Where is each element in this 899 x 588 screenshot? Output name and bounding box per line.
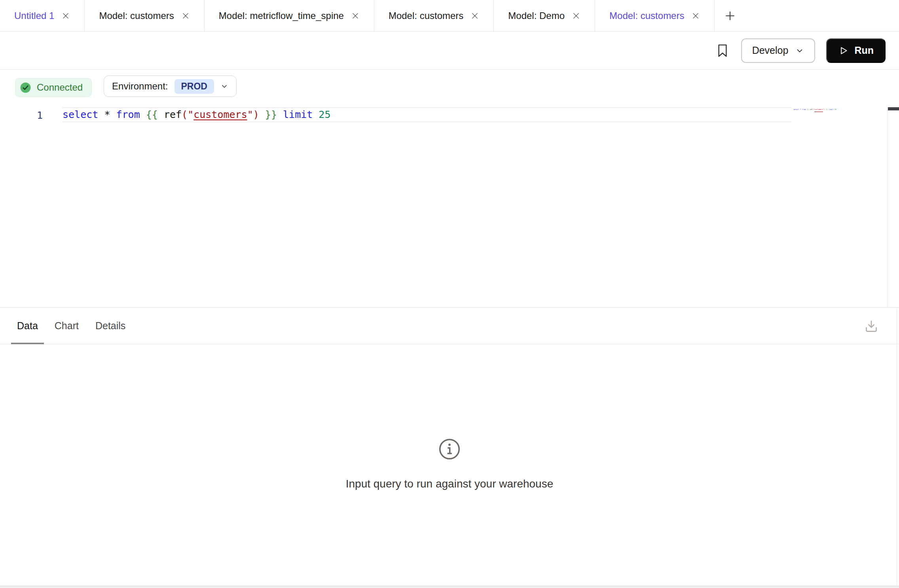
chevron-down-icon <box>220 82 228 90</box>
minimap-code-line: select * from {{ ref("customers") }} lim… <box>793 108 885 111</box>
code-token: limit <box>829 108 833 110</box>
code-token: * <box>104 109 110 120</box>
info-icon <box>438 438 461 460</box>
code-token: select <box>63 109 98 120</box>
code-token: 25 <box>319 109 330 120</box>
code-token <box>140 109 146 120</box>
run-button[interactable]: Run <box>826 38 886 63</box>
tab-bar: Untitled 1Model: customersModel: metricf… <box>0 0 899 32</box>
results-tab-details[interactable]: Details <box>89 308 131 344</box>
tab-close-icon[interactable] <box>572 11 580 20</box>
editor-minimap[interactable]: select * from {{ ref("customers") }} lim… <box>793 108 885 298</box>
play-icon <box>838 46 848 56</box>
code-token: select <box>793 108 799 110</box>
results-tab-chart[interactable]: Chart <box>49 308 85 344</box>
environment-label: Environment: <box>112 81 168 92</box>
code-token: (" <box>182 109 193 120</box>
bookmark-icon <box>717 43 728 58</box>
code-token <box>158 109 164 120</box>
code-token <box>110 109 116 120</box>
editor-tab[interactable]: Model: customers <box>85 0 204 31</box>
tab-close-icon[interactable] <box>61 11 70 20</box>
code-line: select * from {{ ref("customers") }} lim… <box>63 108 330 121</box>
code-token: ref <box>164 109 182 120</box>
results-empty-state: Input query to run against your warehous… <box>0 344 899 585</box>
code-token: }} <box>265 109 277 120</box>
develop-button-label: Develop <box>752 45 789 56</box>
code-token <box>98 109 104 120</box>
download-button[interactable] <box>863 318 879 334</box>
editor-tab[interactable]: Model: Demo <box>494 0 595 31</box>
run-button-label: Run <box>854 45 874 56</box>
code-editor[interactable]: 1 select * from {{ ref("customers") }} l… <box>0 98 899 308</box>
code-token: customers <box>814 108 823 110</box>
tab-label: Untitled 1 <box>14 10 54 21</box>
bottom-strip <box>0 585 899 588</box>
connection-status-label: Connected <box>37 82 83 93</box>
develop-button[interactable]: Develop <box>741 38 816 63</box>
tab-label: Model: customers <box>609 10 684 21</box>
code-token <box>313 109 319 120</box>
bookmark-button[interactable] <box>715 42 730 60</box>
code-token: 25 <box>835 108 836 110</box>
editor-tab[interactable]: Model: customers <box>374 0 494 31</box>
code-token: customers <box>193 109 247 120</box>
tab-label: Model: metricflow_time_spine <box>219 10 344 21</box>
results-tab-bar: DataChartDetails <box>0 308 899 344</box>
new-tab-button[interactable] <box>715 0 745 31</box>
plus-icon <box>724 9 736 22</box>
code-token: from <box>802 108 806 110</box>
connection-status-badge: Connected <box>15 78 92 97</box>
code-token: from <box>116 109 140 120</box>
code-token: {{ <box>146 109 158 120</box>
empty-state-message: Input query to run against your warehous… <box>346 478 554 490</box>
editor-tab[interactable]: Model: metricflow_time_spine <box>205 0 374 31</box>
chevron-down-icon <box>795 46 804 55</box>
tab-close-icon[interactable] <box>470 11 479 20</box>
editor-toolbar: Develop Run <box>0 32 899 70</box>
current-line-highlight: select * from {{ ref("customers") }} lim… <box>63 107 791 122</box>
scrollbar-thumb[interactable] <box>888 107 899 110</box>
tab-close-icon[interactable] <box>691 11 700 20</box>
status-row: Connected Environment: PROD <box>0 70 899 98</box>
code-token <box>259 109 265 120</box>
tab-label: Model: Demo <box>508 10 565 21</box>
environment-value-badge: PROD <box>174 79 214 94</box>
panel-right-edge <box>897 308 897 585</box>
environment-selector[interactable]: Environment: PROD <box>104 76 237 97</box>
results-tab-data[interactable]: Data <box>11 308 44 344</box>
editor-scrollbar[interactable] <box>887 107 899 307</box>
tab-label: Model: customers <box>99 10 174 21</box>
results-panel: DataChartDetails Input query to run agai… <box>0 308 899 585</box>
editor-tab[interactable]: Untitled 1 <box>0 0 85 31</box>
tab-label: Model: customers <box>389 10 463 21</box>
editor-tab[interactable]: Model: customers <box>595 0 715 31</box>
tab-close-icon[interactable] <box>351 11 360 20</box>
tab-close-icon[interactable] <box>181 11 190 20</box>
code-token: limit <box>283 109 313 120</box>
download-icon <box>863 318 879 334</box>
code-token <box>277 109 283 120</box>
line-number: 1 <box>0 108 43 123</box>
check-circle-icon <box>19 82 32 94</box>
code-token: ") <box>247 109 259 120</box>
